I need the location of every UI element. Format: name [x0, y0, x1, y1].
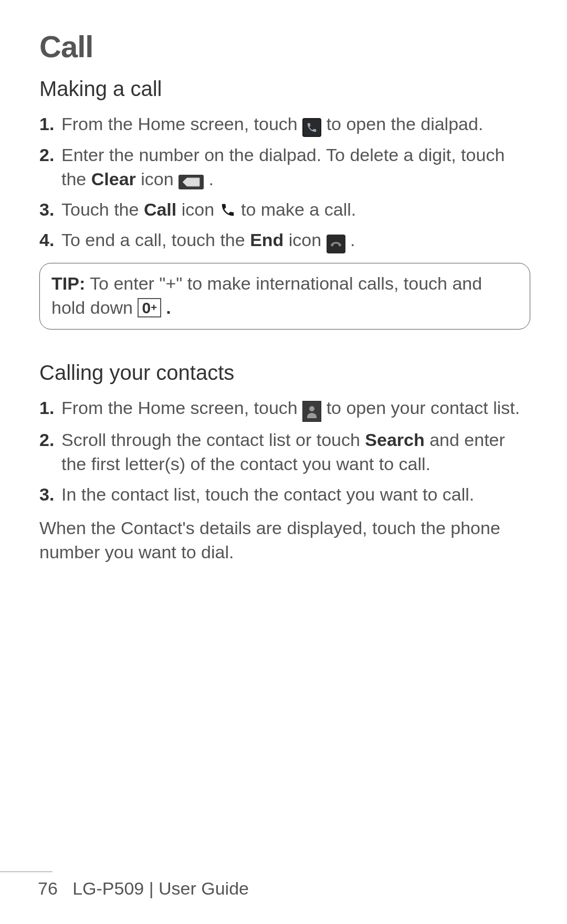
step-number: 1.: [39, 396, 54, 420]
step-text-mid: icon: [141, 169, 178, 189]
page-title: Call: [39, 29, 530, 64]
step-3: 3. Touch the Call icon to make a call.: [39, 198, 530, 222]
step-number: 4.: [39, 228, 54, 252]
end-call-icon: [327, 235, 345, 253]
contacts-step-3: 3. In the contact list, touch the contac…: [39, 483, 530, 507]
closing-paragraph: When the Contact's details are displayed…: [39, 516, 530, 565]
footer-model: LG-P509: [72, 878, 144, 898]
clear-label: Clear: [91, 169, 136, 189]
call-label: Call: [144, 199, 176, 219]
tip-text-end: .: [166, 298, 171, 317]
backspace-icon: [178, 175, 204, 189]
end-label: End: [250, 230, 284, 250]
step-text-pre: In the contact list, touch the contact y…: [61, 484, 474, 504]
key-plus: +: [151, 302, 157, 313]
step-number: 3.: [39, 198, 54, 222]
key-zero: 0: [142, 299, 151, 316]
footer-separator: |: [144, 878, 159, 898]
zero-plus-key: 0+: [138, 298, 161, 317]
search-label: Search: [365, 430, 424, 450]
contacts-icon: [302, 401, 321, 422]
step-number: 2.: [39, 143, 54, 167]
footer-guide: User Guide: [159, 878, 249, 898]
step-text-pre: To end a call, touch the: [61, 230, 250, 250]
step-1: 1. From the Home screen, touch to open t…: [39, 112, 530, 137]
step-text-pre: Touch the: [61, 199, 144, 219]
calling-contacts-steps: 1. From the Home screen, touch to open y…: [39, 396, 530, 507]
call-icon: [219, 201, 236, 218]
step-4: 4. To end a call, touch the End icon .: [39, 228, 530, 253]
phone-app-icon: [302, 118, 321, 137]
step-text-pre: Scroll through the contact list or touch: [61, 430, 365, 450]
svg-point-0: [309, 406, 314, 411]
step-text-mid: icon: [289, 230, 327, 250]
step-text-post: .: [209, 169, 214, 189]
step-text-pre: From the Home screen, touch: [61, 114, 302, 134]
section-calling-contacts-heading: Calling your contacts: [39, 361, 530, 385]
step-number: 1.: [39, 112, 54, 136]
tip-label: TIP:: [51, 273, 85, 293]
step-text-post: to open your contact list.: [327, 398, 520, 418]
step-text-post: to make a call.: [241, 199, 356, 219]
tip-text: To enter "+" to make international calls…: [51, 273, 482, 317]
tip-box: TIP: To enter "+" to make international …: [39, 263, 530, 330]
contacts-step-2: 2. Scroll through the contact list or to…: [39, 428, 530, 476]
page-number: 76: [38, 878, 58, 898]
contacts-step-1: 1. From the Home screen, touch to open y…: [39, 396, 530, 422]
page-footer: 76 LG-P509 | User Guide: [0, 872, 567, 899]
making-a-call-steps: 1. From the Home screen, touch to open t…: [39, 112, 530, 253]
step-number: 3.: [39, 483, 54, 507]
step-2: 2. Enter the number on the dialpad. To d…: [39, 143, 530, 192]
step-number: 2.: [39, 428, 54, 452]
section-making-a-call-heading: Making a call: [39, 77, 530, 101]
footer-rule: [0, 872, 52, 872]
step-text-post: .: [350, 230, 355, 250]
step-text-post: to open the dialpad.: [327, 114, 484, 134]
step-text-mid: icon: [182, 199, 219, 219]
step-text-pre: From the Home screen, touch: [61, 398, 302, 418]
